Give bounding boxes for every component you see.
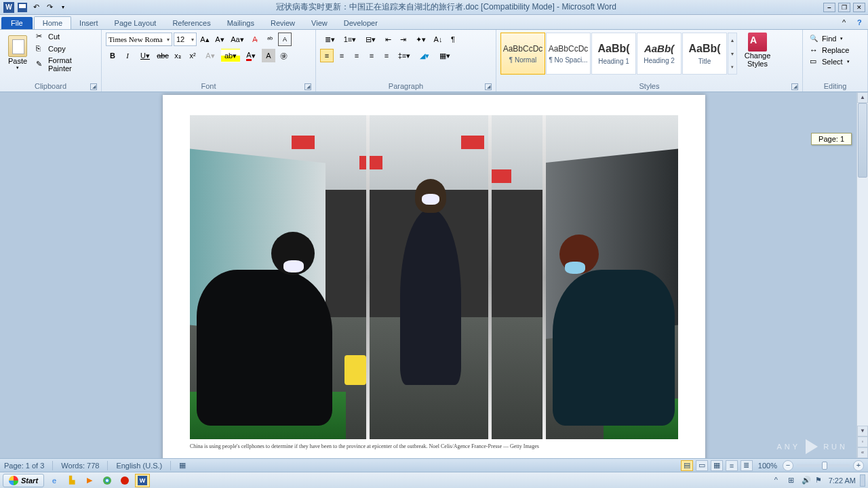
web-layout-view-button[interactable]: ▦ — [711, 460, 723, 471]
style-title[interactable]: AaBb(Title — [682, 33, 727, 75]
style-heading-2[interactable]: AaBb(Heading 2 — [637, 33, 682, 75]
align-left-button[interactable]: ≡ — [320, 49, 334, 62]
distributed-button[interactable]: ≡ — [380, 49, 393, 62]
select-button[interactable]: Select▾ — [810, 57, 850, 66]
qat-customize-icon[interactable]: ▾ — [57, 1, 69, 14]
close-button[interactable]: ✕ — [853, 3, 865, 12]
bullets-button[interactable]: ≣▾ — [320, 33, 339, 46]
status-macro-icon[interactable]: ▦ — [179, 461, 186, 470]
tab-mailings[interactable]: Mailings — [219, 17, 262, 29]
tab-page-layout[interactable]: Page Layout — [106, 17, 165, 29]
align-right-button[interactable]: ≡ — [350, 49, 363, 62]
change-case-button[interactable]: Aa▾ — [228, 33, 247, 46]
zoom-slider-knob[interactable] — [822, 462, 827, 470]
print-layout-view-button[interactable]: ▤ — [681, 460, 693, 471]
tray-network-icon[interactable]: ⊞ — [788, 476, 797, 485]
font-name-combo[interactable]: Times New Roma▾ — [106, 33, 172, 46]
gallery-down-icon[interactable]: ▼ — [728, 47, 736, 60]
scroll-up-icon[interactable]: ▲ — [857, 92, 868, 103]
taskbar-opera-icon[interactable] — [117, 474, 132, 487]
paragraph-launcher-icon[interactable]: ◢ — [485, 83, 492, 90]
shrink-font-button[interactable]: A▾ — [213, 33, 226, 46]
styles-gallery-more[interactable]: ▲▼▾ — [728, 33, 737, 75]
status-words[interactable]: Words: 778 — [61, 462, 99, 470]
numbering-button[interactable]: 1≡▾ — [340, 33, 359, 46]
tray-flag-icon[interactable]: ⚑ — [815, 476, 825, 485]
taskbar-chrome-icon[interactable] — [100, 474, 115, 487]
tab-file[interactable]: File — [1, 17, 33, 29]
tab-review[interactable]: Review — [262, 17, 303, 29]
status-language[interactable]: English (U.S.) — [116, 462, 162, 470]
clipboard-launcher-icon[interactable]: ◢ — [90, 83, 97, 90]
text-effects-button[interactable]: A▾ — [201, 49, 220, 62]
vertical-scrollbar[interactable]: ▲ ▼ ◦ « » — [856, 92, 868, 469]
format-painter-button[interactable]: Format Painter — [35, 56, 98, 73]
phonetic-guide-button[interactable]: ᵃᵇ — [263, 33, 277, 46]
superscript-button[interactable]: x² — [186, 49, 199, 62]
style-no-spacing[interactable]: AaBbCcDc¶ No Spaci... — [546, 33, 591, 75]
gallery-expand-icon[interactable]: ▾ — [728, 60, 736, 74]
scroll-thumb[interactable] — [858, 103, 867, 178]
font-size-combo[interactable]: 12▾ — [174, 33, 197, 46]
zoom-in-button[interactable]: + — [853, 460, 864, 471]
prev-page-icon[interactable]: « — [857, 447, 868, 458]
align-center-button[interactable]: ≡ — [335, 49, 349, 62]
style-normal[interactable]: AaBbCcDc¶ Normal — [500, 33, 545, 75]
multilevel-list-button[interactable]: ⊟▾ — [361, 33, 380, 46]
tab-home[interactable]: Home — [34, 16, 71, 29]
sort-button[interactable]: A↓ — [431, 33, 445, 46]
outline-view-button[interactable]: ≡ — [726, 460, 738, 471]
enclose-characters-button[interactable]: ㊝ — [277, 49, 290, 62]
full-screen-view-button[interactable]: ▭ — [696, 460, 708, 471]
character-border-button[interactable]: A — [278, 33, 292, 46]
scroll-down-icon[interactable]: ▼ — [857, 426, 868, 436]
cut-button[interactable]: Cut — [35, 31, 98, 42]
replace-button[interactable]: Replace — [810, 45, 850, 55]
font-color-button[interactable]: A▾ — [241, 49, 260, 62]
clear-formatting-button[interactable]: A̶ — [248, 33, 262, 46]
taskbar-explorer-icon[interactable]: ▙ — [64, 474, 79, 487]
justify-button[interactable]: ≡ — [365, 49, 378, 62]
tab-developer[interactable]: Developer — [336, 17, 386, 29]
grow-font-button[interactable]: A▴ — [198, 33, 212, 46]
taskbar-media-icon[interactable]: ▶ — [82, 474, 97, 487]
bold-button[interactable]: B — [106, 49, 119, 62]
styles-launcher-icon[interactable]: ◢ — [791, 83, 798, 90]
save-icon[interactable] — [16, 1, 28, 14]
tray-volume-icon[interactable]: 🔊 — [802, 476, 811, 485]
tab-view[interactable]: View — [303, 17, 336, 29]
change-styles-button[interactable]: Change Styles — [738, 31, 776, 69]
undo-icon[interactable]: ↶ — [30, 1, 42, 14]
strikethrough-button[interactable]: abc — [156, 49, 170, 62]
borders-button[interactable]: ▦▾ — [435, 49, 454, 62]
highlight-button[interactable]: ab▾ — [221, 49, 240, 62]
underline-button[interactable]: U▾ — [136, 49, 155, 62]
style-heading-1[interactable]: AaBb(Heading 1 — [591, 33, 636, 75]
embedded-image[interactable] — [190, 115, 678, 439]
copy-button[interactable]: Copy — [35, 43, 98, 54]
zoom-slider[interactable] — [796, 464, 850, 467]
tray-clock[interactable]: 7:22 AM — [829, 476, 856, 485]
restore-button[interactable]: ❐ — [838, 3, 850, 12]
decrease-indent-button[interactable]: ⇤ — [381, 33, 395, 46]
show-marks-button[interactable]: ¶ — [446, 33, 460, 46]
character-shading-button[interactable]: A — [262, 49, 275, 62]
find-button[interactable]: Find▾ — [810, 34, 850, 43]
show-desktop-button[interactable] — [860, 474, 865, 487]
status-page[interactable]: Page: 1 of 3 — [4, 462, 44, 470]
subscript-button[interactable]: x₂ — [171, 49, 184, 62]
start-button[interactable]: Start — [3, 474, 44, 487]
help-icon[interactable]: ? — [857, 18, 868, 29]
word-app-icon[interactable]: W — [3, 1, 15, 14]
browse-object-icon[interactable]: ◦ — [857, 436, 868, 447]
gallery-up-icon[interactable]: ▲ — [728, 33, 736, 47]
minimize-button[interactable]: ‒ — [823, 3, 835, 12]
font-launcher-icon[interactable]: ◢ — [304, 83, 311, 90]
shading-button[interactable]: ◢▾ — [415, 49, 434, 62]
tab-insert[interactable]: Insert — [71, 17, 106, 29]
zoom-out-button[interactable]: − — [783, 460, 793, 471]
taskbar-ie-icon[interactable]: e — [47, 474, 62, 487]
zoom-level[interactable]: 100% — [758, 462, 777, 470]
increase-indent-button[interactable]: ⇥ — [396, 33, 410, 46]
asian-layout-button[interactable]: ✦▾ — [411, 33, 430, 46]
